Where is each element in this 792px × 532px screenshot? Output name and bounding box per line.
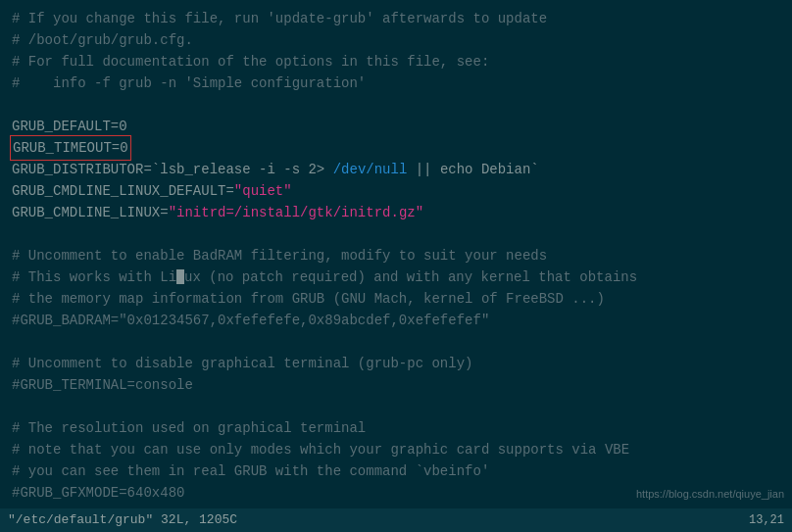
code-editor: # If you change this file, run 'update-g… <box>0 0 792 532</box>
line-13: # This works with Liux (no patch require… <box>12 266 780 288</box>
line-22: # you can see them in real GRUB with the… <box>12 460 780 482</box>
line-18: #GRUB_TERMINAL=console <box>12 374 780 396</box>
line-16 <box>12 331 780 353</box>
line-1: # If you change this file, run 'update-g… <box>12 8 780 29</box>
line-9: GRUB_CMDLINE_LINUX_DEFAULT="quiet" <box>12 180 780 202</box>
status-bar: "/etc/default/grub" 32L, 1205C 13,21 <box>0 508 792 532</box>
line-3: # For full documentation of the options … <box>12 51 780 73</box>
line-14: # the memory map information from GRUB (… <box>12 288 780 310</box>
line-5 <box>12 94 780 116</box>
line-10: GRUB_CMDLINE_LINUX="initrd=/install/gtk/… <box>12 202 780 223</box>
line-6: GRUB_DEFAULT=0 <box>12 116 780 137</box>
line-15: #GRUB_BADRAM="0x01234567,0xfefefefe,0x89… <box>12 310 780 331</box>
line-21: # note that you can use only modes which… <box>12 439 780 460</box>
line-2: # /boot/grub/grub.cfg. <box>12 29 780 51</box>
cursor-position: 13,21 <box>749 509 784 531</box>
filename: "/etc/default/grub" <box>8 512 153 527</box>
watermark: https://blog.csdn.net/qiuye_jian <box>636 483 784 505</box>
line-11 <box>12 223 780 245</box>
line-20: # The resolution used on graphical termi… <box>12 417 780 439</box>
line-count: 32L, 1205C <box>161 512 237 527</box>
file-info: "/etc/default/grub" 32L, 1205C <box>8 509 237 531</box>
line-19 <box>12 396 780 417</box>
line-7: GRUB_TIMEOUT=0 <box>12 137 780 159</box>
line-17: # Uncomment to disable graphical termina… <box>12 353 780 374</box>
line-4: # info -f grub -n 'Simple configuration' <box>12 73 780 94</box>
line-8: GRUB_DISTRIBUTOR=`lsb_release -i -s 2> /… <box>12 159 780 180</box>
line-12: # Uncomment to enable BadRAM filtering, … <box>12 245 780 266</box>
